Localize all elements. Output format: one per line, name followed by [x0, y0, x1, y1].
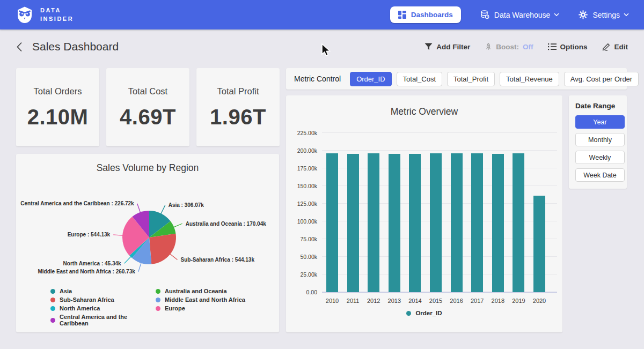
pie-legend-item-australia-and-oceania: Australia and Oceania [156, 288, 279, 294]
add-filter-button[interactable]: Add Filter [425, 43, 470, 51]
bar-chart-legend: Order_ID [286, 310, 562, 316]
bar-chart-card: Metric Overview 0.0025.00k50.00k75.00k10… [286, 95, 562, 332]
pie-legend-item-asia: Asia [50, 288, 156, 294]
pie-callout-line [125, 256, 131, 264]
x-tick-label-2012: 2012 [367, 298, 380, 304]
back-button[interactable] [16, 42, 23, 52]
edit-label: Edit [614, 43, 628, 51]
pie-callout-line [160, 205, 165, 214]
pie-legend-item-sub-saharan-africa: Sub-Saharan Africa [50, 296, 156, 303]
edit-pencil-icon [602, 42, 611, 51]
kpi-value: 1.96T [196, 105, 280, 129]
pie-callout-line [173, 224, 182, 227]
boost-value: Off [523, 43, 533, 51]
top-navbar: DATA INSIDER Dashboards Data Warehouse [0, 0, 644, 29]
bar-2013[interactable] [389, 154, 400, 292]
legend-dot [156, 298, 160, 302]
kpi-value: 4.69T [106, 105, 189, 129]
pie-legend: AsiaAustralia and OceaniaSub-Saharan Afr… [16, 288, 279, 326]
date-range-button-monthly[interactable]: Monthly [575, 133, 625, 146]
y-tick-label: 100.00k [286, 218, 317, 225]
pie-legend-item-europe: Europe [156, 305, 279, 311]
kpi-row: Total Orders2.10MTotal Cost4.69TTotal Pr… [16, 68, 280, 146]
metric-button-total-profit[interactable]: Total_Profit [447, 72, 495, 86]
pie-callout-line [113, 235, 123, 235]
metric-button-total-revenue[interactable]: Total_Revenue [500, 72, 559, 86]
dashboards-label: Dashboards [411, 11, 453, 19]
filter-funnel-icon [425, 43, 433, 50]
legend-label: Asia [60, 288, 72, 294]
kpi-label: Total Cost [106, 86, 189, 96]
boost-toggle[interactable]: Boost: Off [485, 43, 533, 51]
rocket-icon [485, 43, 492, 51]
settings-menu[interactable]: Settings [579, 10, 629, 19]
y-tick-label: 0.00 [286, 289, 317, 295]
pie-slice-sub-saharan-africa[interactable] [149, 234, 176, 264]
pie-callout-line [170, 254, 178, 260]
back-chevron-icon [16, 42, 23, 52]
add-filter-label: Add Filter [436, 43, 470, 51]
y-tick-label: 25.00k [286, 271, 317, 278]
x-tick-label-2013: 2013 [388, 298, 401, 304]
pie-callout-label-asia: Asia : 306.07k [169, 202, 204, 208]
pie-callout-label-middle-east-and-north-africa: Middle East and North Africa : 260.73k [38, 269, 135, 274]
pie-callout-label-europe: Europe : 544.13k [68, 232, 111, 237]
bar-chart-title: Metric Overview [286, 95, 562, 117]
pie-callout-label-australia-and-oceania: Australia and Oceania : 170.04k [186, 221, 267, 227]
legend-label: Sub-Saharan Africa [60, 296, 114, 303]
dashboard-grid-icon [398, 11, 406, 19]
metric-button-avg-cost-per-order[interactable]: Avg. Cost per Order [564, 72, 639, 86]
options-list-icon [548, 43, 557, 50]
metric-control-bar: Metric Control Order_IDTotal_CostTotal_P… [286, 68, 627, 90]
date-range-buttons: YearMonthlyWeeklyWeek Date [575, 115, 623, 182]
date-range-button-year[interactable]: Year [575, 115, 625, 129]
gear-icon [579, 10, 588, 19]
pie-chart-title: Sales Volume by Region [16, 154, 279, 175]
database-icon [480, 10, 489, 19]
bar-2012[interactable] [368, 153, 379, 292]
bar-2019[interactable] [513, 153, 524, 292]
metric-button-total-cost[interactable]: Total_Cost [397, 72, 442, 86]
legend-label: Middle East and North Africa [165, 296, 245, 303]
pie-legend-item-central-america-and-the-caribbean: Central America and the Caribbean [50, 314, 156, 326]
legend-dot [406, 311, 411, 316]
bar-2018[interactable] [492, 154, 504, 293]
owl-logo-icon [15, 5, 34, 25]
date-range-button-week-date[interactable]: Week Date [575, 168, 625, 182]
metric-button-order-id[interactable]: Order_ID [350, 72, 391, 86]
bar-chart-plot [322, 133, 557, 292]
bar-2020[interactable] [533, 196, 545, 292]
bar-2016[interactable] [451, 153, 463, 293]
x-tick-label-2014: 2014 [408, 298, 421, 304]
kpi-value: 2.10M [16, 105, 99, 129]
bar-2011[interactable] [347, 154, 359, 293]
options-button[interactable]: Options [548, 43, 588, 51]
data-warehouse-menu[interactable]: Data Warehouse [480, 10, 560, 19]
pie-callout-line [137, 204, 141, 213]
legend-label: Australia and Oceania [165, 288, 227, 294]
y-tick-label: 125.00k [286, 201, 317, 207]
legend-dot [50, 289, 55, 294]
x-tick-label-2020: 2020 [533, 298, 546, 304]
y-tick-label: 75.00k [286, 236, 317, 242]
pie-chart: Asia : 306.07kAustralia and Oceania : 17… [16, 175, 279, 287]
x-tick-label-2011: 2011 [347, 298, 360, 304]
bar-2014[interactable] [409, 154, 421, 292]
brand-logo[interactable]: DATA INSIDER [15, 5, 74, 25]
bar-2017[interactable] [471, 153, 483, 292]
date-range-label: Date Range [575, 102, 623, 110]
date-range-button-weekly[interactable]: Weekly [575, 151, 625, 164]
dashboards-button[interactable]: Dashboards [390, 6, 461, 23]
y-tick-label: 225.00k [286, 130, 317, 136]
legend-label: Europe [165, 305, 185, 311]
metric-control-label: Metric Control [294, 75, 341, 83]
legend-dot [50, 318, 55, 323]
y-tick-label: 175.00k [286, 165, 317, 172]
legend-dot [156, 289, 160, 294]
pie-callout-label-north-america: North America : 45.34k [63, 261, 121, 266]
settings-label: Settings [592, 11, 620, 19]
legend-dot [156, 306, 160, 311]
bar-2010[interactable] [326, 153, 338, 292]
edit-button[interactable]: Edit [602, 42, 628, 51]
bar-2015[interactable] [430, 153, 442, 292]
